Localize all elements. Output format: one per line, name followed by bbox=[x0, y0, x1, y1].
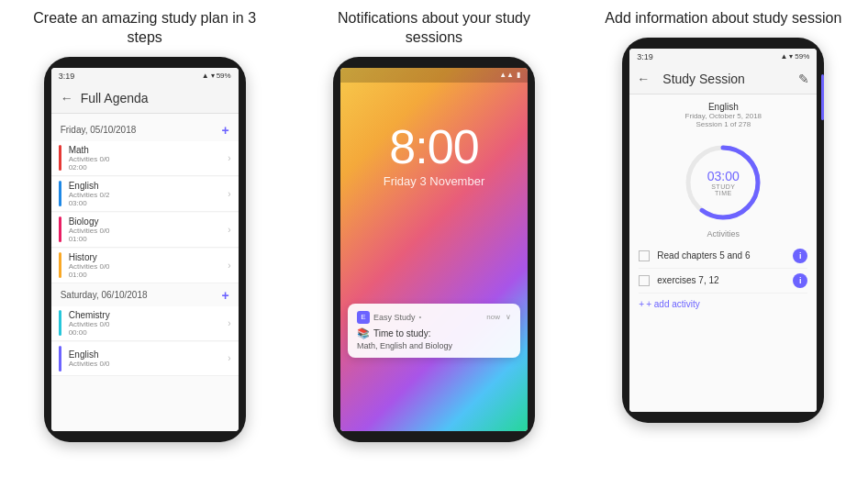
lock-status-bar: ▲▲ ▮ bbox=[340, 68, 528, 83]
accent-bar bbox=[821, 74, 824, 120]
activity-checkbox-2[interactable] bbox=[639, 275, 650, 286]
notif-chevron-icon: ∨ bbox=[506, 313, 511, 321]
item-sub-math: Activities 0/0 02:00 bbox=[69, 155, 228, 172]
color-bar-biology bbox=[59, 216, 61, 242]
lock-time-container: 8:00 Friday 3 November bbox=[384, 123, 485, 188]
panel-agenda-title: Create an amazing study plan in 3 steps bbox=[26, 9, 264, 48]
item-info-math: Math Activities 0/0 02:00 bbox=[69, 145, 228, 172]
color-bar-english2 bbox=[59, 346, 61, 372]
back-button-agenda[interactable]: ← bbox=[61, 91, 73, 105]
notif-header: E Easy Study • now ∨ bbox=[357, 311, 511, 324]
lock-battery-icon: ▮ bbox=[517, 71, 520, 79]
chevron-english2: › bbox=[228, 353, 230, 363]
toolbar-left-study: ← Study Session bbox=[637, 72, 745, 86]
book-icon: 📚 bbox=[357, 327, 370, 339]
study-subject-info: English Friday, October 5, 2018 Session … bbox=[629, 94, 817, 132]
chevron-math: › bbox=[228, 153, 230, 163]
item-info-history: History Activities 0/0 01:00 bbox=[69, 252, 228, 279]
timer-time: 03:00 bbox=[703, 169, 744, 183]
phone-screen-study: 3:19 ▲ ▾ 59% ← Study Session ✎ Engli bbox=[629, 49, 817, 412]
wifi-icon-study: ▾ bbox=[789, 52, 793, 61]
notif-body: Math, English and Biology bbox=[357, 341, 511, 350]
add-icon: + bbox=[639, 299, 644, 309]
study-date: Friday, October 5, 2018 bbox=[639, 112, 807, 120]
activity-checkbox-1[interactable] bbox=[639, 250, 650, 261]
phone-screen-agenda: 3:19 ▲ ▾ 59% ← Full Agenda Friday, 05/10… bbox=[51, 68, 239, 431]
activity-item-1: Read chapters 5 and 6 i bbox=[639, 244, 807, 269]
status-time-study: 3:19 bbox=[637, 52, 653, 61]
list-item[interactable]: Chemistry Activities 0/0 00:00 › bbox=[51, 306, 239, 341]
chevron-english1: › bbox=[228, 189, 230, 199]
notif-dot: • bbox=[419, 313, 422, 321]
date-label-1: Friday, 05/10/2018 bbox=[61, 125, 137, 135]
panel-notifications: Notifications about your study sessions … bbox=[289, 0, 578, 488]
color-bar-english1 bbox=[59, 181, 61, 206]
phone-screen-notifications: ▲▲ ▮ 8:00 Friday 3 November E Easy Study… bbox=[340, 68, 528, 431]
list-item[interactable]: English Activities 0/0 › bbox=[51, 342, 239, 376]
activity-text-1: Read chapters 5 and 6 bbox=[657, 250, 793, 261]
lock-screen: ▲▲ ▮ 8:00 Friday 3 November E Easy Study… bbox=[340, 68, 528, 431]
notification-card: E Easy Study • now ∨ 📚 Time to study: Ma… bbox=[348, 304, 520, 358]
add-activity-label: + add activity bbox=[646, 299, 700, 309]
status-bar-agenda: 3:19 ▲ ▾ 59% bbox=[51, 68, 239, 84]
activities-label: Activities bbox=[639, 229, 807, 238]
item-info-english1: English Activities 0/2 03:00 bbox=[69, 181, 228, 207]
color-bar-math bbox=[59, 145, 61, 171]
battery-agenda: 59% bbox=[217, 72, 231, 80]
timer-center: 03:00 STUDY TIME bbox=[703, 169, 744, 196]
app-icon: E bbox=[357, 311, 370, 324]
edit-icon[interactable]: ✎ bbox=[798, 72, 809, 86]
item-info-biology: Biology Activities 0/0 01:00 bbox=[69, 216, 228, 243]
lock-date: Friday 3 November bbox=[384, 174, 485, 188]
color-bar-chemistry bbox=[59, 310, 61, 336]
activity-info-btn-2[interactable]: i bbox=[793, 273, 807, 288]
notif-title: 📚 Time to study: bbox=[357, 327, 511, 339]
timer-label: STUDY TIME bbox=[703, 183, 744, 196]
notif-time: now bbox=[486, 313, 500, 321]
list-item[interactable]: Math Activities 0/0 02:00 › bbox=[51, 141, 239, 176]
phone-frame-notifications: ▲▲ ▮ 8:00 Friday 3 November E Easy Study… bbox=[333, 57, 535, 442]
chevron-biology: › bbox=[228, 225, 230, 235]
activity-text-2: exercises 7, 12 bbox=[657, 275, 793, 285]
activities-section: Activities Read chapters 5 and 6 i exerc… bbox=[629, 229, 817, 315]
phone-frame-agenda: 3:19 ▲ ▾ 59% ← Full Agenda Friday, 05/10… bbox=[44, 57, 246, 442]
study-subject-name: English bbox=[639, 102, 807, 112]
lock-time: 8:00 bbox=[384, 123, 485, 171]
list-item[interactable]: English Activities 0/2 03:00 › bbox=[51, 177, 239, 212]
panel-study-title: Add information about study session bbox=[605, 9, 841, 28]
status-bar-study: 3:19 ▲ ▾ 59% bbox=[629, 49, 817, 65]
list-item[interactable]: Biology Activities 0/0 01:00 › bbox=[51, 213, 239, 248]
add-activity-button[interactable]: + + add activity bbox=[639, 294, 807, 315]
item-name-math: Math bbox=[69, 145, 228, 155]
lock-signal-icon: ▲▲ bbox=[499, 71, 514, 79]
panel-study-session: Add information about study session 3:19… bbox=[579, 0, 868, 488]
item-info-chemistry: Chemistry Activities 0/0 00:00 bbox=[69, 310, 228, 337]
study-screen-body: English Friday, October 5, 2018 Session … bbox=[629, 94, 817, 412]
toolbar-title-agenda: Full Agenda bbox=[81, 91, 149, 105]
panel-notifications-title: Notifications about your study sessions bbox=[315, 9, 553, 48]
signal-icon-study: ▲ bbox=[780, 52, 787, 61]
list-item[interactable]: History Activities 0/0 01:00 › bbox=[51, 249, 239, 283]
date-label-2: Saturday, 06/10/2018 bbox=[61, 290, 148, 300]
date-header-2: Saturday, 06/10/2018 + bbox=[51, 284, 239, 306]
activity-info-btn-1[interactable]: i bbox=[793, 249, 807, 263]
add-button-date1[interactable]: + bbox=[221, 123, 228, 138]
wifi-icon: ▾ bbox=[211, 72, 215, 80]
battery-study: 59% bbox=[795, 52, 809, 61]
study-session-count: Session 1 of 278 bbox=[639, 120, 807, 128]
panel-agenda: Create an amazing study plan in 3 steps … bbox=[0, 0, 289, 488]
toolbar-title-study: Study Session bbox=[662, 72, 745, 86]
chevron-chemistry: › bbox=[228, 318, 230, 328]
toolbar-study: ← Study Session ✎ bbox=[629, 65, 817, 94]
notif-app-name: Easy Study bbox=[373, 313, 416, 322]
agenda-content: Friday, 05/10/2018 + Math Activities 0/0… bbox=[51, 114, 239, 431]
timer-circle[interactable]: 03:00 STUDY TIME bbox=[682, 141, 764, 224]
activity-item-2: exercises 7, 12 i bbox=[639, 269, 807, 294]
item-info-english2: English Activities 0/0 bbox=[69, 349, 228, 368]
status-icons-study: ▲ ▾ 59% bbox=[780, 52, 809, 61]
add-button-date2[interactable]: + bbox=[221, 288, 228, 303]
back-button-study[interactable]: ← bbox=[637, 72, 650, 86]
status-icons-agenda: ▲ ▾ 59% bbox=[202, 72, 231, 80]
color-bar-history bbox=[59, 252, 61, 278]
toolbar-agenda: ← Full Agenda bbox=[51, 84, 239, 114]
